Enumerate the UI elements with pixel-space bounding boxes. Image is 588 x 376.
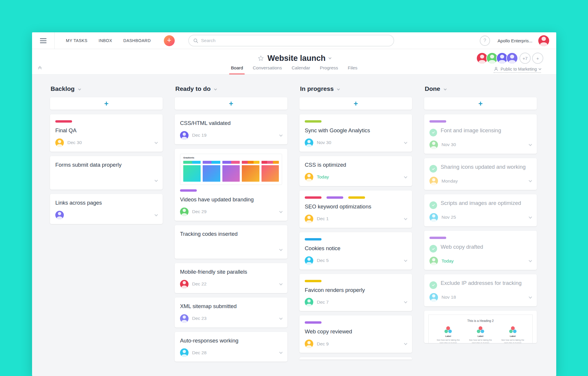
column-header[interactable]: Ready to do <box>175 85 287 92</box>
task-title: Tracking codes inserted <box>180 230 282 238</box>
collapse-header-button[interactable] <box>39 66 41 70</box>
task-card[interactable]: Font and image licensingNov 30 <box>424 114 537 154</box>
mockup-label: Label <box>435 335 462 337</box>
column-header[interactable]: Done <box>425 85 537 92</box>
task-card[interactable]: Cookies noticeDec 5 <box>299 232 412 270</box>
task-card[interactable]: Mobile-friendly site parallelsDec 22 <box>175 263 287 293</box>
task-meta: Nov 25 <box>429 213 532 222</box>
card-chevron-icon[interactable] <box>280 315 282 320</box>
task-card[interactable]: XML sitemap submittedDec 23 <box>175 298 287 327</box>
add-member-button[interactable]: + <box>532 53 543 64</box>
card-chevron-icon[interactable] <box>280 246 282 252</box>
completed-check-icon[interactable] <box>429 245 437 253</box>
attachment-thumbnail-webpage[interactable]: This is a Heading 2LabelSee how we're ta… <box>428 315 533 343</box>
assignee-avatar <box>305 340 313 348</box>
help-button[interactable]: ? <box>480 36 490 46</box>
privacy-label: Public to Marketing <box>501 67 537 71</box>
card-chevron-icon[interactable] <box>529 258 532 263</box>
card-chevron-icon[interactable] <box>280 349 282 355</box>
task-card[interactable]: Sync with Google AnalyticsNov 30 <box>299 114 412 152</box>
members-overflow-button[interactable]: +7 <box>519 53 531 64</box>
quick-add-button[interactable]: + <box>164 35 175 46</box>
task-card[interactable]: Auto-responses workingDec 28 <box>175 332 287 362</box>
task-card[interactable]: Exclude IP addresses for trackingNov 18 <box>424 274 537 306</box>
add-card-button[interactable]: + <box>424 97 537 110</box>
task-card[interactable] <box>299 357 412 360</box>
tab-conversations[interactable]: Conversations <box>253 65 282 74</box>
gradient-swatch <box>222 161 240 182</box>
add-card-button[interactable]: + <box>175 97 287 110</box>
card-chevron-icon[interactable] <box>529 178 532 183</box>
gradient-topbar <box>203 161 220 164</box>
board-column-ready-to-do: Ready to do+CSS/HTML validatedDec 19Grad… <box>175 85 287 366</box>
mockup-icon-cluster <box>444 326 452 333</box>
card-chevron-icon[interactable] <box>404 215 407 221</box>
card-chevron-icon[interactable] <box>529 141 532 147</box>
search-input[interactable] <box>201 38 389 43</box>
tab-board[interactable]: Board <box>231 65 243 74</box>
card-chevron-icon[interactable] <box>529 214 532 219</box>
task-card[interactable]: Forms submit data properly <box>50 156 163 190</box>
task-card[interactable]: Web copy draftedToday <box>424 231 537 270</box>
task-card[interactable]: GradientsVideos have updated brandingDec… <box>175 149 287 221</box>
completed-check-icon[interactable] <box>429 165 437 173</box>
card-chevron-icon[interactable] <box>280 281 282 286</box>
nav-item-my-tasks[interactable]: MY TASKS <box>66 38 87 43</box>
tab-progress[interactable]: Progress <box>320 65 338 74</box>
task-card[interactable]: This is a Heading 2LabelSee how we're ta… <box>424 311 537 343</box>
card-chevron-icon[interactable] <box>404 340 407 346</box>
task-card[interactable]: Links across pages <box>50 194 163 224</box>
add-card-button[interactable]: + <box>299 97 412 110</box>
task-title: XML sitemap submitted <box>180 303 282 310</box>
chevron-down-icon <box>279 282 282 285</box>
task-title: SEO keyword optimizations <box>305 203 407 210</box>
chevron-down-icon[interactable] <box>328 56 331 59</box>
card-chevron-icon[interactable] <box>155 212 157 217</box>
completed-check-icon[interactable] <box>429 201 437 209</box>
tag-pill <box>305 238 322 240</box>
column-header[interactable]: Backlog <box>51 85 163 92</box>
card-chevron-icon[interactable] <box>404 257 407 263</box>
completed-check-icon[interactable] <box>429 281 437 289</box>
search-icon <box>193 38 198 43</box>
card-chevron-icon[interactable] <box>155 139 157 145</box>
attachment-thumbnail-gradients[interactable]: Gradients <box>180 154 282 185</box>
nav-item-dashboard[interactable]: DASHBOARD <box>123 38 151 43</box>
task-card[interactable]: Sharing icons updated and workingMonday <box>424 158 537 190</box>
nav-item-inbox[interactable]: INBOX <box>99 38 112 43</box>
card-chevron-icon[interactable] <box>404 174 407 179</box>
task-card[interactable]: Web copy reviewedDec 9 <box>299 315 412 353</box>
task-card[interactable]: Scripts and images are optimizedNov 25 <box>424 194 537 226</box>
task-card[interactable]: SEO keyword optimizationsDec 1 <box>299 190 412 228</box>
completed-check-icon[interactable] <box>429 129 437 136</box>
card-chevron-icon[interactable] <box>404 139 407 145</box>
task-card[interactable]: CSS/HTML validatedDec 19 <box>175 114 287 144</box>
project-title[interactable]: Website launch <box>267 54 326 63</box>
task-card[interactable]: CSS is optimizedToday <box>299 156 412 186</box>
task-card[interactable]: Favicon renders properlyDec 7 <box>299 274 412 311</box>
card-chevron-icon[interactable] <box>280 132 282 137</box>
gradient-square <box>203 165 220 182</box>
tab-files[interactable]: Files <box>348 65 357 74</box>
add-card-button[interactable]: + <box>50 97 163 110</box>
project-title-wrap: Website launch <box>257 54 331 63</box>
card-chevron-icon[interactable] <box>280 208 282 214</box>
board-column-backlog: Backlog+Final QADec 30Forms submit data … <box>50 85 163 228</box>
hamburger-icon <box>40 38 46 43</box>
profile-avatar[interactable] <box>538 35 549 46</box>
search-bar[interactable] <box>188 35 394 46</box>
card-chevron-icon[interactable] <box>404 299 407 304</box>
task-card[interactable]: Tracking codes inserted <box>175 225 287 259</box>
privacy-setting[interactable]: Public to Marketing <box>494 66 541 73</box>
task-meta: Dec 9 <box>305 340 407 348</box>
column-title: Ready to do <box>175 85 211 92</box>
star-icon[interactable] <box>257 55 264 62</box>
card-chevron-icon[interactable] <box>529 294 532 299</box>
sidebar-toggle-button[interactable] <box>32 32 55 49</box>
column-header[interactable]: In progress <box>300 85 412 92</box>
task-card[interactable]: Final QADec 30 <box>50 114 163 152</box>
card-chevron-icon[interactable] <box>155 177 157 183</box>
task-title: Sync with Google Analytics <box>305 127 407 134</box>
tab-calendar[interactable]: Calendar <box>291 65 310 74</box>
workspace-name[interactable]: Apollo Enterpris... <box>498 38 532 43</box>
